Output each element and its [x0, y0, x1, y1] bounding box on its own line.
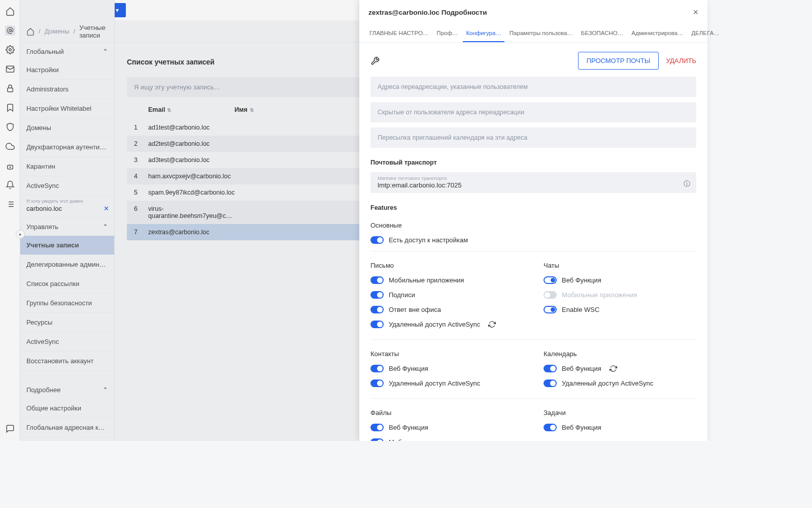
mail-icon[interactable]	[5, 64, 15, 74]
sort-icon[interactable]: ⇅	[250, 107, 254, 113]
key-icon[interactable]	[5, 161, 15, 171]
toggle-wsc[interactable]	[544, 306, 557, 313]
forwarding-hidden-input[interactable]: Скрытые от пользователя адреса переадрес…	[370, 102, 696, 122]
toggle-chats-web[interactable]	[544, 276, 557, 284]
svg-rect-3	[7, 88, 13, 92]
toggle-settings-access[interactable]	[370, 236, 384, 244]
sidebar-group-global[interactable]: Глобальный⌃	[20, 43, 114, 60]
shield-icon[interactable]	[5, 122, 15, 132]
chat-icon[interactable]	[5, 424, 15, 434]
bell-icon[interactable]	[5, 180, 15, 190]
tab-config[interactable]: Конфигура…	[463, 25, 504, 42]
section-features: Features	[370, 204, 696, 211]
chevron-down-icon: ⌃	[103, 223, 108, 231]
sidebar-item[interactable]: Общие настройки	[20, 399, 114, 418]
sidebar-item[interactable]: Administrators	[20, 80, 114, 99]
list-icon[interactable]	[5, 199, 15, 209]
tab-main[interactable]: ГЛАВНЫЕ НАСТРО…	[366, 25, 431, 42]
toggle-ooo[interactable]	[370, 306, 384, 313]
sidebar-item[interactable]: Делегированные администраторы	[20, 255, 114, 274]
refresh-icon[interactable]	[488, 321, 496, 328]
sidebar-item[interactable]: Список рассылки	[20, 274, 114, 294]
sidebar-item[interactable]: ActiveSync	[20, 176, 114, 196]
tab-security[interactable]: БЕЗОПАСНО…	[578, 25, 626, 42]
tab-profile[interactable]: Проф…	[433, 25, 461, 42]
section-transport: Почтовый транспорт	[370, 159, 696, 166]
toggle-activesync-mail[interactable]	[370, 321, 384, 328]
sidebar: / Домены / Учетные записи Глобальный⌃ На…	[20, 0, 115, 441]
forwarding-user-input[interactable]: Адреса переадресации, указанные пользова…	[370, 77, 696, 97]
tab-admin[interactable]: Администрирова…	[628, 25, 686, 42]
domain-filter[interactable]: Я хочу увидеть этот домен carbonio.loc ✕	[20, 196, 114, 218]
transport-field[interactable]: Маппинг почтового транспорта lmtp:email.…	[370, 172, 696, 193]
sidebar-item[interactable]: Карантин	[20, 157, 114, 176]
panel-title: zextras@carbonio.loc Подробности	[368, 9, 487, 16]
refresh-icon[interactable]	[610, 365, 617, 372]
sidebar-item[interactable]: ActiveSync	[20, 332, 114, 352]
view-mail-button[interactable]: ПРОСМОТР ПОЧТЫ	[578, 52, 659, 70]
detail-panel: zextras@carbonio.loc Подробности × ГЛАВН…	[359, 0, 707, 441]
tab-delegate[interactable]: ДЕЛЕГА…	[688, 25, 722, 42]
chevron-down-icon: ⌃	[103, 386, 108, 394]
sidebar-item[interactable]: Домены	[20, 118, 114, 138]
chevron-down-icon: ⌃	[103, 48, 108, 55]
sidebar-item[interactable]: Восстановить аккаунт	[20, 352, 114, 371]
toggle-files-web[interactable]	[370, 424, 384, 431]
toggle-signatures[interactable]	[370, 291, 384, 299]
toggle-tasks-web[interactable]	[544, 424, 557, 431]
calendar-forward-input[interactable]: Пересылка приглашений календаря на эти а…	[370, 128, 696, 148]
info-icon[interactable]: ⓘ	[684, 179, 690, 188]
toggle-cal-as[interactable]	[544, 379, 557, 387]
cloud-icon[interactable]	[5, 141, 15, 151]
tab-userparams[interactable]: Параметры пользова…	[506, 25, 576, 42]
toggle-contacts-as[interactable]	[370, 379, 384, 387]
home-icon[interactable]	[26, 27, 35, 36]
bookmark-icon[interactable]	[5, 103, 15, 113]
sidebar-item[interactable]: Глобальная адресная книга	[20, 418, 114, 437]
breadcrumb: / Домены / Учетные записи	[20, 20, 114, 43]
sidebar-item[interactable]: Группы безопасности	[20, 294, 114, 313]
sidebar-group-manage[interactable]: Управлять⌃	[20, 218, 114, 236]
sidebar-item[interactable]: Двухфакторная аутентификация	[20, 138, 114, 157]
sidebar-item[interactable]: Ресурсы	[20, 313, 114, 332]
svg-point-5	[10, 167, 11, 168]
sidebar-item[interactable]: Настройки Whitelabel	[20, 99, 114, 118]
panel-tabs: ГЛАВНЫЕ НАСТРО… Проф… Конфигура… Парамет…	[359, 25, 707, 43]
svg-point-1	[9, 49, 11, 51]
tools-icon[interactable]	[370, 56, 380, 66]
toggle-mail-mobile[interactable]	[370, 276, 384, 284]
toggle-cal-web[interactable]	[544, 365, 557, 372]
home-icon[interactable]	[5, 6, 15, 16]
toggle-contacts-web[interactable]	[370, 365, 384, 372]
close-icon[interactable]: ×	[693, 7, 698, 18]
toggle-chats-mobile	[544, 291, 557, 299]
clear-icon[interactable]: ✕	[104, 205, 109, 212]
sort-icon[interactable]: ⇅	[167, 107, 171, 113]
delete-button[interactable]: УДАЛИТЬ	[666, 57, 696, 65]
lock-icon[interactable]	[5, 83, 15, 93]
sidebar-collapse-toggle[interactable]: ▸	[16, 230, 25, 239]
sidebar-item-accounts[interactable]: Учетные записи	[20, 236, 114, 255]
toggle-files-mobile[interactable]	[370, 438, 384, 441]
sidebar-group-more[interactable]: Подробнее⌃	[20, 381, 114, 399]
gear-icon[interactable]	[5, 45, 15, 55]
icon-rail	[0, 0, 20, 441]
svg-point-0	[9, 29, 11, 32]
at-icon[interactable]	[5, 25, 15, 36]
sidebar-item[interactable]: Настройки	[20, 60, 114, 80]
